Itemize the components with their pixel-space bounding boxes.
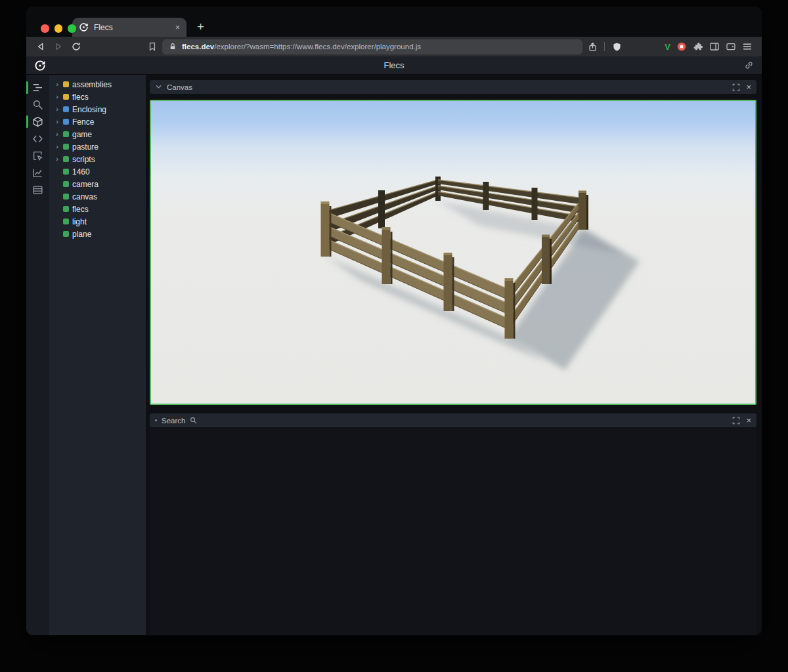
tree-item-label: plane [72, 230, 91, 239]
entity-color-icon [63, 169, 69, 175]
expand-arrow-icon[interactable]: › [55, 81, 60, 88]
expand-arrow-icon[interactable]: › [55, 143, 60, 150]
tree-item-flecs[interactable]: ›flecs [52, 91, 143, 103]
entity-tree-icon[interactable] [26, 82, 49, 93]
close-window-button[interactable] [41, 24, 49, 33]
entity-color-icon [63, 219, 69, 224]
search-panel-header[interactable]: Search × [150, 413, 756, 427]
expand-arrow-icon[interactable]: › [55, 93, 60, 100]
app-header: Flecs [26, 56, 762, 75]
tree-item-flecs[interactable]: flecs [52, 203, 143, 215]
url-bar[interactable]: flecs.dev/explorer/?wasm=https://www.fle… [162, 39, 582, 54]
tree-item-label: flecs [72, 93, 89, 102]
tree-item-label: canvas [72, 192, 97, 201]
tree-item-light[interactable]: light [52, 215, 143, 228]
forward-arrow-icon [53, 41, 64, 52]
entity-color-icon [63, 119, 69, 125]
expand-panel-icon[interactable] [732, 83, 740, 91]
share-button[interactable] [584, 39, 600, 54]
search-icon[interactable] [26, 99, 49, 110]
wallet-button[interactable] [726, 41, 736, 52]
bookmark-button[interactable] [144, 39, 160, 54]
tree-item-label: light [72, 217, 87, 226]
maximize-window-button[interactable] [68, 24, 76, 33]
fence-scene [151, 101, 755, 404]
tab-favicon-icon [79, 22, 89, 32]
flecs-explorer-app: Flecs ›assemblies›flecs›Enclosing›Fence›… [26, 56, 762, 635]
tree-item-plane[interactable]: plane [52, 228, 143, 240]
hamburger-menu-icon [742, 41, 753, 52]
search-magnifier-icon [190, 417, 197, 424]
entity-tree: ›assemblies›flecs›Enclosing›Fence›game›p… [49, 75, 146, 635]
panel-bullet-icon [155, 419, 157, 421]
tree-item-Fence[interactable]: ›Fence [52, 116, 143, 128]
tree-item-label: assemblies [72, 80, 112, 89]
tree-item-scripts[interactable]: ›scripts [52, 153, 143, 165]
canvas-panel-header[interactable]: Canvas × [150, 80, 756, 94]
puzzle-icon [693, 41, 703, 52]
tab-close-icon[interactable]: × [175, 23, 180, 32]
url-path: /explorer/?wasm=https://www.flecs.dev/ex… [214, 43, 421, 51]
entity-color-icon [63, 81, 69, 87]
tree-item-assemblies[interactable]: ›assemblies [52, 78, 143, 91]
entity-color-icon [63, 106, 69, 112]
menu-button[interactable] [742, 41, 753, 52]
expand-arrow-icon[interactable]: › [55, 131, 60, 138]
reload-icon [71, 41, 81, 52]
expand-arrow-icon[interactable]: › [55, 156, 60, 163]
tree-item-canvas[interactable]: canvas [52, 190, 143, 203]
activity-bar [26, 75, 49, 635]
shield-button[interactable] [609, 39, 624, 54]
close-canvas-panel-icon[interactable]: × [746, 83, 751, 91]
traffic-lights [41, 24, 76, 33]
sidebar-toggle-button[interactable] [709, 41, 720, 52]
extension-red-icon [676, 41, 687, 52]
tree-item-label: game [72, 130, 92, 139]
url-text: flecs.dev/explorer/?wasm=https://www.fle… [182, 43, 421, 51]
canvas-3d-viewport[interactable] [150, 100, 756, 405]
tree-item-label: pasture [72, 142, 98, 152]
entity-color-icon [63, 156, 69, 162]
tree-item-game[interactable]: ›game [52, 128, 143, 140]
close-search-panel-icon[interactable]: × [746, 416, 751, 425]
permalink-button[interactable] [744, 60, 754, 70]
expand-panel-icon[interactable] [732, 417, 740, 425]
nav-toolbar: flecs.dev/explorer/?wasm=https://www.fle… [26, 37, 762, 56]
reload-button[interactable] [68, 39, 84, 54]
tree-item-1460[interactable]: 1460 [52, 165, 143, 178]
tab-strip: Flecs × + [26, 7, 762, 37]
entity-color-icon [63, 94, 69, 100]
new-tab-button[interactable]: + [197, 20, 204, 33]
back-button[interactable] [33, 39, 49, 54]
extensions-button[interactable] [693, 41, 703, 52]
stats-icon[interactable] [26, 167, 49, 178]
tree-item-Enclosing[interactable]: ›Enclosing [52, 103, 143, 116]
browser-tab[interactable]: Flecs × [72, 18, 186, 37]
wallet-icon [726, 41, 736, 52]
extension-v-button[interactable]: V [665, 42, 670, 52]
minimize-window-button[interactable] [55, 24, 63, 33]
search-panel-body [150, 427, 756, 635]
entity-color-icon [63, 131, 69, 137]
tree-item-label: Fence [72, 117, 94, 127]
collapse-chevron-icon[interactable] [155, 83, 162, 91]
back-arrow-icon [35, 41, 46, 52]
link-icon [744, 60, 754, 70]
search-panel-title: Search [162, 417, 185, 425]
code-icon[interactable] [26, 133, 49, 144]
extension-red-button[interactable] [676, 41, 687, 52]
tree-item-camera[interactable]: camera [52, 178, 143, 190]
expand-arrow-icon[interactable]: › [55, 118, 60, 125]
cube-icon[interactable] [26, 116, 49, 127]
expand-arrow-icon[interactable]: › [55, 106, 60, 113]
forward-button[interactable] [51, 39, 66, 54]
url-domain: flecs.dev [182, 43, 214, 51]
page-title: Flecs [383, 60, 404, 70]
extensions-area: V [665, 41, 755, 52]
bookmark-icon [147, 41, 158, 52]
entity-color-icon [63, 181, 69, 187]
tab-title: Flecs [94, 23, 113, 32]
inspector-icon[interactable] [26, 150, 49, 161]
table-icon[interactable] [26, 184, 49, 196]
tree-item-pasture[interactable]: ›pasture [52, 140, 143, 153]
